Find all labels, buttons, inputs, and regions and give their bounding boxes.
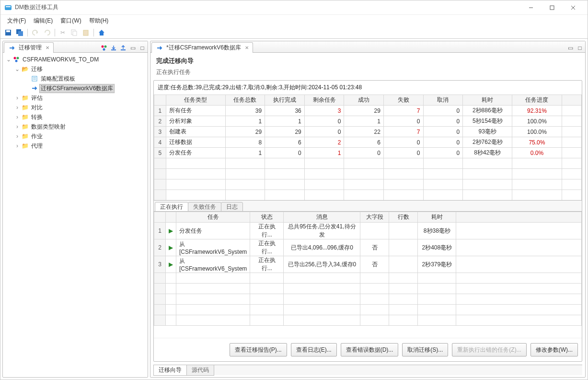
- svg-point-15: [103, 48, 105, 51]
- nodes-icon[interactable]: [100, 44, 108, 52]
- home-icon[interactable]: [97, 28, 106, 37]
- app-icon: [4, 4, 12, 12]
- tree-root[interactable]: CSFRAMEWORKV6_TO_DM: [21, 56, 100, 63]
- page-subtitle: 正在执行任务: [156, 68, 579, 76]
- tree-template[interactable]: 策略配置模板: [39, 74, 77, 83]
- folder-icon: 📁: [21, 113, 29, 121]
- menu-file[interactable]: 文件(F): [4, 16, 29, 26]
- editor-bottom-tabs: 迁移向导 源代码: [153, 365, 582, 375]
- folder-icon: 📁: [21, 104, 29, 111]
- bottomtab-source[interactable]: 源代码: [186, 365, 214, 376]
- menu-window[interactable]: 窗口(W): [58, 16, 84, 26]
- panel-minimize-icon[interactable]: ▭: [566, 44, 575, 52]
- navigation-tree[interactable]: ⌄CSFRAMEWORKV6_TO_DM ⌄📂迁移 策略配置模板 迁移CSFra…: [3, 53, 148, 377]
- import-icon[interactable]: [109, 44, 118, 52]
- left-panel-tabs: 迁移管理 ✕ ▭ □: [3, 41, 148, 53]
- copy-icon[interactable]: [69, 28, 79, 37]
- menubar: 文件(F) 编辑(E) 窗口(W) 帮助(H): [0, 15, 588, 26]
- undo-icon[interactable]: [31, 28, 40, 37]
- svg-rect-21: [32, 76, 37, 81]
- paste-icon[interactable]: [81, 28, 91, 37]
- subtab-running[interactable]: 正在执行: [155, 202, 188, 212]
- expand-toggle[interactable]: ›: [13, 114, 21, 120]
- workspace: 迁移管理 ✕ ▭ □ ⌄CSFRAMEWORKV6_TO_DM ⌄📂迁移 策略配…: [0, 39, 588, 380]
- close-tab-icon[interactable]: ✕: [46, 45, 49, 50]
- cancel-migration-button[interactable]: 取消迁移(S)...: [402, 343, 448, 356]
- toolbar: ✂: [0, 26, 588, 39]
- svg-rect-1: [6, 6, 11, 7]
- svg-point-18: [14, 57, 16, 59]
- folder-open-icon: 📂: [21, 65, 29, 73]
- expand-toggle[interactable]: ⌄: [5, 56, 12, 63]
- menu-edit[interactable]: 编辑(E): [31, 16, 56, 26]
- cut-icon[interactable]: ✂: [58, 28, 68, 37]
- view-report-button[interactable]: 查看迁移报告(P)...: [230, 343, 287, 356]
- tree-convert[interactable]: 转换: [30, 113, 44, 122]
- svg-rect-9: [18, 31, 23, 36]
- maximize-button[interactable]: [542, 1, 563, 14]
- expand-toggle[interactable]: ›: [13, 123, 21, 130]
- summary-table[interactable]: 任务类型任务总数执行完成剩余任务成功失败取消耗时任务进度1所有任务3936329…: [154, 95, 582, 200]
- close-button[interactable]: [563, 1, 584, 14]
- template-icon: [31, 75, 38, 83]
- svg-point-13: [102, 46, 104, 48]
- tree-typemap[interactable]: 数据类型映射: [30, 122, 67, 131]
- svg-point-20: [15, 60, 18, 62]
- panel-maximize-icon[interactable]: □: [576, 44, 584, 52]
- tab-editor[interactable]: *迁移CSFrameworkV6数据库 ✕: [151, 42, 253, 53]
- expand-toggle[interactable]: ›: [13, 133, 21, 140]
- project-icon: [12, 56, 20, 63]
- summary-table-wrap: 任务类型任务总数执行完成剩余任务成功失败取消耗时任务进度1所有任务3936329…: [154, 95, 582, 200]
- tasks-table[interactable]: 任务状态消息大字段行数耗时1▶分发任务正在执行...总共95任务,已分发41,待…: [154, 212, 582, 326]
- sub-tabs: 正在执行 失败任务 日志: [154, 200, 582, 212]
- retry-failed-button: 重新执行出错的任务(Z)...: [452, 343, 526, 356]
- expand-toggle[interactable]: ›: [13, 104, 21, 111]
- view-log-button[interactable]: 查看日志(E)...: [291, 343, 337, 356]
- tasks-table-wrap: 任务状态消息大字段行数耗时1▶分发任务正在执行...总共95任务,已分发41,待…: [154, 212, 582, 338]
- tree-task-selected[interactable]: 迁移CSFrameworkV6数据库: [39, 84, 115, 93]
- redo-icon[interactable]: [42, 28, 52, 37]
- editor-area: 完成迁移向导 正在执行任务 进度:任务总数:39,已完成:29,出错:7,取消:…: [150, 53, 585, 377]
- tree-job[interactable]: 作业: [30, 132, 44, 141]
- save-all-icon[interactable]: [15, 28, 24, 37]
- task-icon: [31, 84, 38, 92]
- folder-icon: 📁: [21, 123, 29, 131]
- panel-minimize-icon[interactable]: ▭: [128, 44, 137, 52]
- expand-toggle[interactable]: ›: [13, 142, 21, 149]
- svg-rect-0: [5, 5, 12, 10]
- modify-params-button[interactable]: 修改参数(W)...: [530, 343, 578, 356]
- svg-rect-7: [6, 30, 10, 32]
- expand-toggle[interactable]: ⌄: [13, 66, 21, 72]
- subtab-log[interactable]: 日志: [221, 202, 243, 212]
- tree-compare[interactable]: 对比: [30, 103, 44, 112]
- save-icon[interactable]: [3, 28, 13, 37]
- subtab-failed[interactable]: 失败任务: [188, 202, 221, 212]
- editor-tabs: *迁移CSFrameworkV6数据库 ✕ ▭ □: [150, 41, 585, 53]
- expand-toggle[interactable]: ›: [13, 95, 21, 101]
- tree-migrate[interactable]: 迁移: [30, 65, 44, 74]
- view-errdata-button[interactable]: 查看错误数据(D)...: [341, 343, 399, 356]
- svg-rect-11: [73, 31, 77, 36]
- close-tab-icon[interactable]: ✕: [245, 45, 249, 50]
- window-title: DM数据迁移工具: [15, 3, 520, 12]
- titlebar: DM数据迁移工具: [0, 0, 588, 15]
- tree-agent[interactable]: 代理: [30, 142, 44, 151]
- editor-tab-label: *迁移CSFrameworkV6数据库: [166, 44, 241, 52]
- menu-help[interactable]: 帮助(H): [86, 16, 112, 26]
- right-panel: *迁移CSFrameworkV6数据库 ✕ ▭ □ 完成迁移向导 正在执行任务 …: [150, 41, 586, 378]
- folder-icon: 📁: [21, 94, 29, 102]
- tree-evaluate[interactable]: 评估: [30, 94, 44, 103]
- folder-icon: 📁: [21, 142, 29, 150]
- minimize-button[interactable]: [520, 1, 542, 14]
- svg-rect-3: [550, 6, 554, 10]
- tab-migration-mgmt[interactable]: 迁移管理 ✕: [4, 42, 54, 53]
- svg-rect-17: [121, 49, 126, 50]
- migration-icon: [8, 44, 16, 52]
- folder-icon: 📁: [21, 132, 29, 140]
- export-icon[interactable]: [119, 44, 127, 52]
- task-icon: [156, 44, 163, 52]
- bottomtab-wizard[interactable]: 迁移向导: [153, 365, 187, 376]
- svg-point-14: [104, 46, 107, 48]
- editor-header: 完成迁移向导 正在执行任务: [150, 53, 585, 80]
- panel-maximize-icon[interactable]: □: [138, 44, 147, 52]
